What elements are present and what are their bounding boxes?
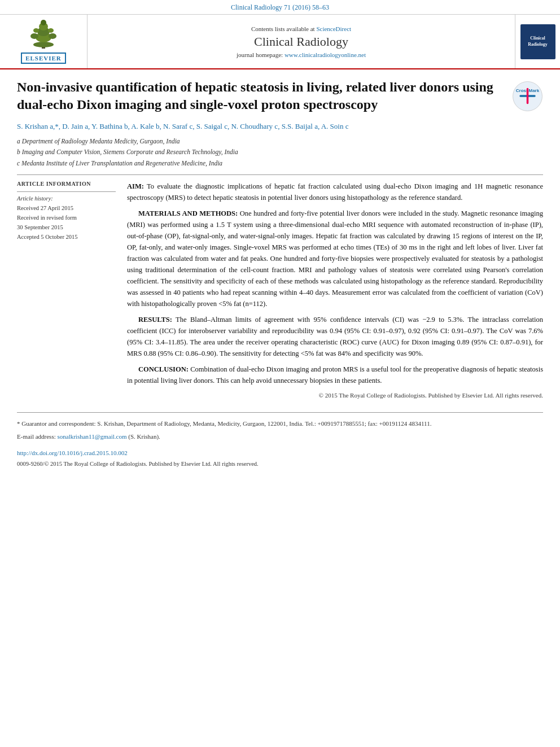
- article-info-title: ARTICLE INFORMATION: [17, 181, 116, 187]
- copyright-line: © 2015 The Royal College of Radiologists…: [127, 391, 543, 401]
- email-label: E-mail address:: [17, 433, 57, 440]
- footer-notes: * Guarantor and correspondent: S. Krisha…: [17, 412, 543, 442]
- email-note: E-mail address: sonalkrishan11@gmail.com…: [17, 431, 543, 442]
- svg-point-7: [49, 33, 56, 39]
- revised-label: Received in revised form: [17, 213, 116, 223]
- svg-point-9: [48, 28, 54, 33]
- elsevier-logo: ELSEVIER: [21, 19, 66, 64]
- journal-citation: Clinical Radiology 71 (2016) 58–63: [231, 3, 329, 11]
- affiliations: a Department of Radiology Medanta Medici…: [17, 136, 543, 169]
- elsevier-tree-icon: [21, 19, 66, 50]
- methods-paragraph: MATERIALS AND METHODS: One hundred and f…: [127, 208, 543, 309]
- results-label: RESULTS:: [138, 316, 172, 324]
- aim-text: To evaluate the diagnostic implications …: [127, 182, 543, 202]
- star-note: * Guarantor and correspondent: S. Krisha…: [17, 418, 543, 429]
- article-title: Non-invasive quantification of hepatic s…: [17, 78, 506, 113]
- methods-text: One hundred and forty-five potential liv…: [127, 209, 543, 308]
- methods-label: MATERIALS AND METHODS:: [138, 209, 238, 217]
- crossmark-logo[interactable]: CrossMark: [512, 81, 543, 114]
- authors-text: S. Krishan a,*, D. Jain a, Y. Bathina b,…: [17, 122, 348, 130]
- abstract-col: AIM: To evaluate the diagnostic implicat…: [127, 181, 543, 401]
- journal-name: Clinical Radiology: [254, 34, 348, 49]
- elsevier-logo-area: ELSEVIER: [0, 15, 88, 68]
- conclusion-paragraph: CONCLUSION: Combination of dual-echo Dix…: [127, 364, 543, 386]
- accepted-date: Accepted 5 October 2015: [17, 233, 116, 242]
- doi-section: http://dx.doi.org/10.1016/j.crad.2015.10…: [17, 448, 543, 457]
- top-bar: Clinical Radiology 71 (2016) 58–63: [0, 0, 560, 15]
- journal-title-area: Contents lists available at ScienceDirec…: [88, 15, 515, 68]
- svg-point-1: [33, 42, 54, 47]
- journal-logo-right: ClinicalRadiology: [515, 15, 560, 68]
- article-title-section: Non-invasive quantification of hepatic s…: [17, 78, 543, 114]
- affiliation-b: b Imaging and Computer Vision, Siemens C…: [17, 147, 543, 158]
- section-divider: [17, 174, 543, 175]
- results-text: The Bland–Altman limits of agreement wit…: [127, 316, 543, 357]
- revised-date: 30 September 2015: [17, 223, 116, 233]
- journal-homepage-line: journal homepage: www.clinicalradiologyo…: [237, 51, 366, 58]
- article-info-col: ARTICLE INFORMATION Article history: Rec…: [17, 181, 116, 401]
- aim-paragraph: AIM: To evaluate the diagnostic implicat…: [127, 181, 543, 203]
- authors-line: S. Krishan a,*, D. Jain a, Y. Bathina b,…: [17, 121, 543, 133]
- affiliation-a: a Department of Radiology Medanta Medici…: [17, 136, 543, 147]
- history-label: Article history:: [17, 195, 116, 202]
- main-content: Non-invasive quantification of hepatic s…: [0, 69, 560, 476]
- journal-header: ELSEVIER Contents lists available at Sci…: [0, 15, 560, 69]
- received-date: Received 27 April 2015: [17, 204, 116, 213]
- affiliation-c: c Medanta Institute of Liver Transplanta…: [17, 158, 543, 169]
- sciencedirect-line: Contents lists available at ScienceDirec…: [251, 25, 351, 32]
- results-paragraph: RESULTS: The Bland–Altman limits of agre…: [127, 314, 543, 359]
- journal-logo-text: ClinicalRadiology: [528, 36, 548, 47]
- aim-label: AIM:: [127, 182, 144, 190]
- elsevier-wordmark: ELSEVIER: [21, 53, 66, 64]
- svg-point-8: [33, 28, 39, 33]
- sciencedirect-link[interactable]: ScienceDirect: [316, 25, 351, 32]
- email-link[interactable]: sonalkrishan11@gmail.com: [57, 433, 126, 440]
- journal-logo-box: ClinicalRadiology: [520, 24, 555, 59]
- abstract-section: AIM: To evaluate the diagnostic implicat…: [127, 181, 543, 401]
- svg-point-5: [41, 20, 46, 25]
- svg-point-6: [30, 33, 38, 39]
- footer-bottom: 0009-9260/© 2015 The Royal College of Ra…: [17, 461, 543, 467]
- email-suffix: (S. Krishan).: [127, 433, 160, 440]
- two-col-section: ARTICLE INFORMATION Article history: Rec…: [17, 181, 543, 401]
- journal-homepage-link[interactable]: www.clinicalradiologyonline.net: [285, 51, 366, 58]
- doi-link[interactable]: http://dx.doi.org/10.1016/j.crad.2015.10…: [17, 449, 128, 456]
- conclusion-label: CONCLUSION:: [138, 365, 189, 373]
- conclusion-text: Combination of dual-echo Dixon imaging a…: [127, 365, 543, 385]
- crossmark-icon: CrossMark: [512, 81, 543, 112]
- article-history: Article history: Received 27 April 2015 …: [17, 191, 116, 242]
